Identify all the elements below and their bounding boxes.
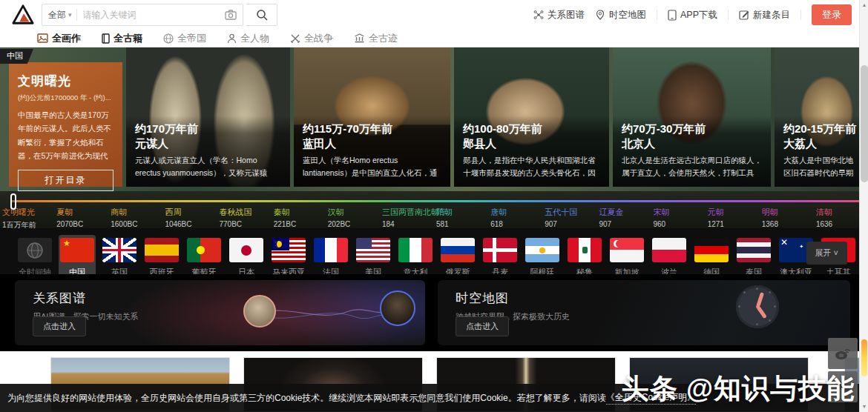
flag-peru [568,238,602,262]
nav-all-wars[interactable]: 全战争 [290,32,333,45]
country-selector: 全时间轴 中国 英国 西班牙 葡萄牙 日本 马来西亚 法国 美国 意大利 俄罗斯… [0,228,868,274]
era-three-kingdoms[interactable]: 三国两晋南北朝184 [380,207,434,230]
scroll-up-arrow[interactable]: ▲ [860,0,868,10]
era-sui[interactable]: 隋朝581 [434,207,488,230]
timeline-slider-handle[interactable] [10,193,16,210]
card-period: 约115万-70万年前 [303,122,441,136]
promo-section: 关系图谱 用AI图谱，探索一切未知关系 点击进入 时空地图 跨越时空界限，探索极… [0,274,868,351]
app-download-link[interactable]: APP下载 [668,9,717,21]
search-box[interactable]: 全部 ▾ [42,4,243,26]
spacetime-map-link[interactable]: 时空地图 [595,9,646,21]
carousel-card-lantian-man[interactable]: 约115万-70万年前 蓝田人 蓝田人（学名Homo erectus lanti… [294,47,450,187]
nav-all-people[interactable]: 全人物 [227,32,269,45]
era-spring-autumn[interactable]: 春秋战国770BC [217,207,272,230]
search-category-dropdown[interactable]: 全部 [48,9,66,21]
era-five-dynasties[interactable]: 五代十国907 [542,207,596,230]
flag-portugal [187,238,221,262]
carousel-card-yunxian-man[interactable]: 约100-80万年前 郧县人 郧县人，是指在中华人民共和国湖北省十堰市郧县发现的… [454,47,609,187]
era-liao-xia-jin[interactable]: 辽夏金907 [596,207,651,230]
era-ming[interactable]: 明朝1368 [760,207,814,230]
nav-all-paintings[interactable]: 全画作 [37,32,81,45]
search-button[interactable] [246,4,277,26]
card-name: 北京人 [622,136,762,151]
feature-title: 文明曙光 [18,73,114,90]
flag-singapore [610,238,644,262]
flag-italy [398,238,433,262]
monument-icon [354,33,365,43]
feature-date-range: (约)公元前1700000 年 - (约)... [18,93,114,103]
card-description: 元谋人或元谋直立人（学名：Homo erectus yuanmouensis），… [135,154,281,179]
divider [76,9,77,21]
weibo-icon [835,347,851,360]
divider [800,10,801,20]
connection-lines [260,302,386,325]
flag-japan [229,238,263,262]
era-shang[interactable]: 商朝1600BC [108,207,162,230]
flag-thailand [737,238,771,262]
era-civilization-dawn[interactable]: 文明曙光1百万年前 [0,207,54,230]
portrait-node-right [380,290,415,326]
header: 全部 ▾ 关系图谱 时空地图 [0,0,868,30]
book-icon [102,33,110,44]
feature-description: 中国最早的古人类是170万年前的元谋人。此后人类不断繁衍，掌握了火焰和石器，在5… [18,108,114,163]
nav-all-relics[interactable]: 全古迹 [354,32,398,45]
chevron-down-icon: ▾ [68,11,72,19]
card-period: 约70万-30万年前 [622,122,762,136]
card-description: 郧县人，是指在中华人民共和国湖北省十堰市郧县发现的古人类头骨化石，因出土地名而被… [463,154,600,179]
flag-germany [694,238,729,262]
flag-uk [102,238,137,262]
expand-button[interactable]: 展开 ˅ [806,242,847,265]
carousel-card-peking-man[interactable]: 约70万-30万年前 北京人 北京人是生活在远古北京周口店的猿人，属于直立人，会… [613,47,771,187]
feature-card-civilization-dawn[interactable]: 文明曙光 (约)公元前1700000 年 - (约)... 中国最早的古人类是1… [9,62,122,187]
era-yuan[interactable]: 元朝1271 [706,207,760,230]
era-xia[interactable]: 夏朝2070BC [54,207,108,230]
painting-icon [37,33,48,43]
search-input[interactable] [83,10,222,20]
scroll-down-arrow[interactable]: ▼ [860,402,868,412]
nav-all-ancient-books[interactable]: 全古籍 [102,32,142,45]
card-name: 郧县人 [463,136,600,151]
scrollbar-thumb[interactable] [861,65,868,182]
region-tab-china[interactable]: 中国 [0,49,33,64]
carousel-card-yuanmou-man[interactable]: 约170万年前 元谋人 元谋人或元谋直立人（学名：Homo erectus yu… [126,47,290,187]
era-western-zhou[interactable]: 西周1046BC [162,207,217,230]
enter-relation-graph-button[interactable]: 点击进入 [33,316,86,336]
vertical-scrollbar[interactable]: ▲ ▼ [859,0,868,412]
card-name: 蓝田人 [303,136,441,151]
site-logo-icon[interactable] [12,4,34,26]
flag-china [60,238,94,262]
timeline-gradient-track[interactable] [10,200,868,202]
weibo-share-button[interactable] [828,338,858,369]
dynasty-timeline: 文明曙光1百万年前 夏朝2070BC 商朝1600BC 西周1046BC 春秋战… [0,191,868,228]
page: 全部 ▾ 关系图谱 时空地图 [0,0,868,412]
flag-denmark [483,238,517,262]
camera-icon[interactable] [225,10,237,20]
open-catalog-button[interactable]: 打开目录 [18,170,114,191]
crossed-swords-icon [290,33,300,44]
era-tang[interactable]: 唐朝618 [488,207,542,230]
promo-subtitle: 跨越时空界限，探索极致大历史 [456,311,850,322]
relation-graph-icon [533,10,544,20]
hero-carousel: 中国 文明曙光 (约)公元前1700000 年 - (约)... 中国最早的古人… [0,47,868,191]
globe-icon [163,33,174,44]
login-button[interactable]: 登录 [812,4,852,25]
header-links: 关系图谱 时空地图 APP下载 新建条目 登录 [533,4,852,25]
era-qin[interactable]: 秦朝221BC [272,207,326,230]
carousel-card-dali-man[interactable]: 约20-15万年前 大荔人 大荔人是中国华北地区旧石器时代的早期 因化石发现于陕… [775,47,868,187]
promo-title: 时空地图 [456,290,850,307]
enter-spacetime-map-button[interactable]: 点击进入 [456,316,509,336]
relation-graph-link[interactable]: 关系图谱 [533,9,585,21]
spacetime-map-card[interactable]: 时空地图 跨越时空界限，探索极致大历史 点击进入 [438,280,850,345]
era-song[interactable]: 宋朝960 [651,207,706,230]
flag-spain [145,238,179,262]
era-han[interactable]: 汉朝202BC [326,207,380,230]
card-description: 北京人是生活在远古北京周口店的猿人，属于直立人，会使用天然火，打制工具（石器）。 [622,154,762,179]
new-entry-link[interactable]: 新建条目 [739,9,790,21]
clock-pin-illustration [736,285,779,333]
card-period: 约100-80万年前 [463,122,600,136]
relation-graph-card[interactable]: 关系图谱 用AI图谱，探索一切未知关系 点击进入 [15,280,425,345]
nav-all-empires[interactable]: 全帝国 [163,32,206,45]
flag-malaysia [272,238,306,262]
divider [728,10,729,20]
portrait-node-left [243,295,276,328]
